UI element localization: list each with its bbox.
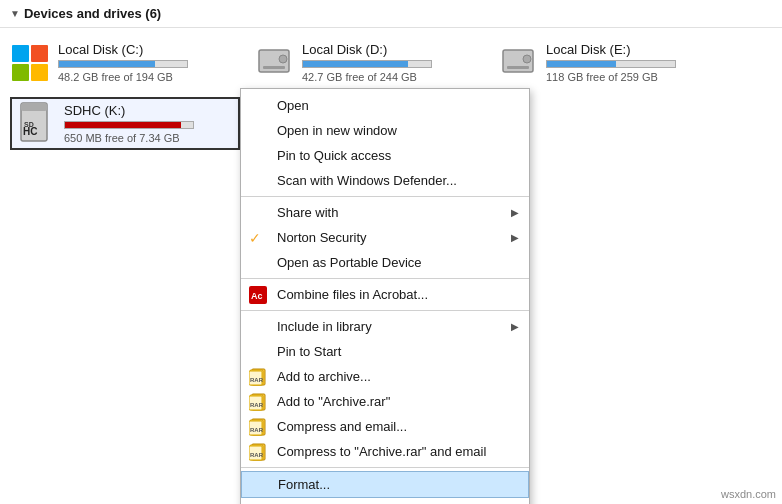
ctx-compress-label: Compress and email... bbox=[277, 419, 407, 434]
ctx-norton-label: Norton Security bbox=[277, 230, 367, 245]
drive-name-k: SDHC (K:) bbox=[64, 103, 234, 118]
rar-icon-1: RAR bbox=[249, 368, 267, 386]
drive-bar-k bbox=[64, 121, 194, 129]
ctx-share-arrow: ▶ bbox=[511, 207, 519, 218]
ctx-pin-start-label: Pin to Start bbox=[277, 344, 341, 359]
drive-bar-fill-d bbox=[303, 61, 408, 67]
drive-bar-fill-k bbox=[65, 122, 181, 128]
ctx-portable-label: Open as Portable Device bbox=[277, 255, 422, 270]
ctx-open-portable[interactable]: Open as Portable Device bbox=[241, 250, 529, 275]
win-sq2 bbox=[31, 45, 48, 62]
watermark: wsxdn.com bbox=[721, 488, 776, 500]
drive-bar-c bbox=[58, 60, 188, 68]
svg-text:RAR: RAR bbox=[250, 402, 264, 408]
drive-icon-k: SD HC bbox=[16, 103, 56, 143]
drive-name-e: Local Disk (E:) bbox=[546, 42, 728, 57]
drive-bar-fill-e bbox=[547, 61, 616, 67]
drive-icon-c bbox=[10, 42, 50, 82]
ctx-add-archive-label: Add to archive... bbox=[277, 369, 371, 384]
rar-icon-2: RAR bbox=[249, 393, 267, 411]
svg-text:RAR: RAR bbox=[250, 452, 264, 458]
svg-rect-4 bbox=[507, 66, 529, 69]
win-sq1 bbox=[12, 45, 29, 62]
ctx-share-with[interactable]: Share with ▶ bbox=[241, 200, 529, 225]
ctx-scan-label: Scan with Windows Defender... bbox=[277, 173, 457, 188]
ctx-compress-email[interactable]: RAR Compress and email... bbox=[241, 414, 529, 439]
ctx-open-new-label: Open in new window bbox=[277, 123, 397, 138]
drive-free-c: 48.2 GB free of 194 GB bbox=[58, 71, 240, 83]
svg-text:RAR: RAR bbox=[250, 427, 264, 433]
ctx-compress-archive-label: Compress to "Archive.rar" and email bbox=[277, 444, 486, 459]
drive-free-d: 42.7 GB free of 244 GB bbox=[302, 71, 484, 83]
ctx-acrobat-label: Combine files in Acrobat... bbox=[277, 287, 428, 302]
ctx-compress-archive-email[interactable]: RAR Compress to "Archive.rar" and email bbox=[241, 439, 529, 464]
ctx-sep2 bbox=[241, 278, 529, 279]
svg-point-5 bbox=[523, 55, 531, 63]
ctx-sep3 bbox=[241, 310, 529, 311]
ctx-pin-quick[interactable]: Pin to Quick access bbox=[241, 143, 529, 168]
drive-bar-d bbox=[302, 60, 432, 68]
drive-item-d[interactable]: Local Disk (D:) 42.7 GB free of 244 GB bbox=[254, 42, 484, 83]
drive-info-e: Local Disk (E:) 118 GB free of 259 GB bbox=[546, 42, 728, 83]
context-menu: Open Open in new window Pin to Quick acc… bbox=[240, 88, 530, 504]
ctx-format[interactable]: Format... bbox=[241, 471, 529, 498]
rar-icon-3: RAR bbox=[249, 418, 267, 436]
ctx-open-new[interactable]: Open in new window bbox=[241, 118, 529, 143]
hdd-svg-d bbox=[255, 46, 293, 78]
ctx-sep1 bbox=[241, 196, 529, 197]
ctx-sep4 bbox=[241, 467, 529, 468]
svg-point-2 bbox=[279, 55, 287, 63]
drive-icon-d bbox=[254, 42, 294, 82]
main-panel: ▼ Devices and drives (6) Local Disk (C:)… bbox=[0, 0, 782, 504]
ctx-library-label: Include in library bbox=[277, 319, 372, 334]
norton-check-icon: ✓ bbox=[249, 230, 261, 246]
drive-info-k: SDHC (K:) 650 MB free of 7.34 GB bbox=[64, 103, 234, 144]
sd-svg-k: SD HC bbox=[17, 101, 55, 145]
ctx-combine-acrobat[interactable]: Ac Combine files in Acrobat... bbox=[241, 282, 529, 307]
drive-item-k[interactable]: SD HC SDHC (K:) 650 MB free of 7.34 GB bbox=[10, 97, 240, 150]
drive-name-d: Local Disk (D:) bbox=[302, 42, 484, 57]
acrobat-icon: Ac bbox=[249, 286, 267, 304]
ctx-norton[interactable]: ✓ Norton Security ▶ bbox=[241, 225, 529, 250]
ctx-add-archive-rar[interactable]: RAR Add to "Archive.rar" bbox=[241, 389, 529, 414]
ctx-eject[interactable]: Eject bbox=[241, 498, 529, 504]
ctx-format-label: Format... bbox=[278, 477, 330, 492]
expand-icon[interactable]: ▼ bbox=[10, 8, 20, 19]
windows-icon bbox=[12, 45, 48, 81]
drive-item-e[interactable]: Local Disk (E:) 118 GB free of 259 GB bbox=[498, 42, 728, 83]
svg-rect-7 bbox=[21, 103, 47, 111]
ctx-open-label: Open bbox=[277, 98, 309, 113]
drive-icon-e bbox=[498, 42, 538, 82]
svg-rect-1 bbox=[263, 66, 285, 69]
devices-title: Devices and drives (6) bbox=[24, 6, 161, 21]
ctx-pin-start[interactable]: Pin to Start bbox=[241, 339, 529, 364]
drive-item-c[interactable]: Local Disk (C:) 48.2 GB free of 194 GB bbox=[10, 42, 240, 83]
drive-free-e: 118 GB free of 259 GB bbox=[546, 71, 728, 83]
ctx-scan-defender[interactable]: Scan with Windows Defender... bbox=[241, 168, 529, 193]
ctx-add-archive[interactable]: RAR Add to archive... bbox=[241, 364, 529, 389]
svg-text:HC: HC bbox=[23, 126, 37, 137]
ctx-open[interactable]: Open bbox=[241, 93, 529, 118]
ctx-library-arrow: ▶ bbox=[511, 321, 519, 332]
ctx-archive-rar-label: Add to "Archive.rar" bbox=[277, 394, 390, 409]
drive-bar-fill-c bbox=[59, 61, 155, 67]
rar-icon-4: RAR bbox=[249, 443, 267, 461]
win-sq4 bbox=[31, 64, 48, 81]
drive-info-c: Local Disk (C:) 48.2 GB free of 194 GB bbox=[58, 42, 240, 83]
devices-header: ▼ Devices and drives (6) bbox=[0, 0, 782, 28]
drive-free-k: 650 MB free of 7.34 GB bbox=[64, 132, 234, 144]
drive-name-c: Local Disk (C:) bbox=[58, 42, 240, 57]
win-sq3 bbox=[12, 64, 29, 81]
svg-text:Ac: Ac bbox=[251, 291, 263, 301]
hdd-svg-e bbox=[499, 46, 537, 78]
ctx-include-library[interactable]: Include in library ▶ bbox=[241, 314, 529, 339]
drive-bar-e bbox=[546, 60, 676, 68]
svg-text:RAR: RAR bbox=[250, 377, 264, 383]
ctx-norton-arrow: ▶ bbox=[511, 232, 519, 243]
drive-info-d: Local Disk (D:) 42.7 GB free of 244 GB bbox=[302, 42, 484, 83]
ctx-share-label: Share with bbox=[277, 205, 338, 220]
ctx-pin-quick-label: Pin to Quick access bbox=[277, 148, 391, 163]
